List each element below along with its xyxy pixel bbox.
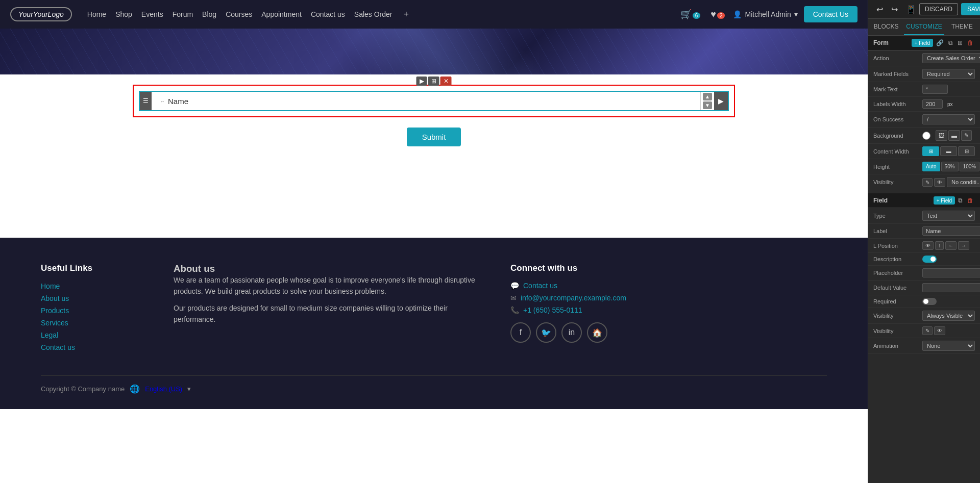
field-visibility-select[interactable]: Always Visible [922, 311, 975, 321]
vis-edit-btn[interactable]: ✎ [922, 178, 933, 187]
height-100[interactable]: 100% [960, 162, 980, 171]
height-label: Height [873, 164, 919, 170]
footer-link-products[interactable]: Products [41, 307, 69, 315]
nav-appointment[interactable]: Appointment [261, 10, 302, 18]
action-select[interactable]: Create Sales Order [922, 53, 980, 63]
form-copy-btn[interactable]: ⧉ [947, 39, 954, 47]
type-row: Type Text [868, 208, 980, 224]
labels-width-input[interactable] [922, 99, 943, 109]
placeholder-input[interactable] [922, 268, 980, 277]
wishlist-btn[interactable]: ♥2 [708, 7, 727, 22]
field-move-down[interactable]: ▼ [703, 101, 712, 109]
marked-fields-select[interactable]: Required [922, 69, 975, 79]
nav-contact[interactable]: Contact us [311, 10, 345, 18]
social-twitter[interactable]: 🐦 [536, 322, 556, 343]
redo-btn[interactable]: ↪ [888, 4, 901, 15]
cart-badge: 6 [693, 12, 701, 19]
vis-eye-btn[interactable]: 👁 [934, 178, 945, 187]
cart-btn[interactable]: 🛒6 [678, 7, 703, 22]
nav-courses[interactable]: Courses [226, 10, 252, 18]
labels-width-unit: px [947, 101, 975, 107]
pos-up-btn[interactable]: ↑ [935, 241, 944, 250]
social-home[interactable]: 🏠 [587, 322, 607, 343]
pos-right-btn[interactable]: → [958, 241, 969, 250]
footer-link-legal[interactable]: Legal [41, 331, 58, 339]
field-delete-btn[interactable]: 🗑 [966, 196, 975, 205]
nav-add-btn[interactable]: + [402, 7, 411, 22]
connect-email-link[interactable]: info@yourcompany.example.com [521, 294, 626, 302]
height-auto[interactable]: Auto [922, 162, 940, 171]
animation-select[interactable]: None [922, 341, 975, 351]
contact-us-nav-btn[interactable]: Contact Us [804, 6, 857, 22]
label-drag-icon: ↔ [160, 98, 165, 104]
connect-phone-link[interactable]: +1 (650) 555-0111 [523, 306, 582, 314]
default-value-input[interactable] [922, 283, 980, 292]
cw-btn1[interactable]: ⊞ [922, 146, 939, 156]
nav-sales[interactable]: Sales Order [354, 10, 393, 18]
admin-menu[interactable]: 👤 Mitchell Admin ▾ [733, 10, 797, 18]
form-move-btn[interactable]: ▶ [416, 77, 427, 86]
field-move-up[interactable]: ▲ [703, 93, 712, 100]
placeholder-label: Placeholder [873, 270, 919, 276]
field-input[interactable] [259, 93, 700, 109]
pos-eye-btn[interactable]: 👁 [922, 241, 934, 250]
save-button[interactable]: SAVE [961, 3, 980, 15]
social-linkedin[interactable]: in [561, 322, 582, 343]
field-end-handle[interactable]: ▶ [714, 92, 728, 110]
nav-forum[interactable]: Forum [173, 10, 193, 18]
marked-fields-row: Marked Fields Required [868, 66, 980, 82]
form-add-field-btn[interactable]: + Field [912, 39, 933, 47]
bg-image-btn[interactable]: 🖼 [936, 130, 947, 141]
type-select[interactable]: Text [922, 211, 975, 221]
tab-customize[interactable]: CUSTOMIZE [904, 19, 944, 35]
social-facebook[interactable]: f [510, 322, 531, 343]
field-add-field-btn[interactable]: + Field [934, 196, 955, 205]
content-width-group: ⊞ ▬ ⊟ [922, 146, 975, 156]
bg-code-btn[interactable]: ✎ [961, 130, 972, 141]
field-handle[interactable]: ☰ [140, 92, 152, 110]
form-delete-btn-panel[interactable]: 🗑 [966, 39, 975, 47]
pos-left-btn[interactable]: ← [945, 241, 957, 250]
vis-condition-select[interactable]: No conditi... [947, 177, 980, 187]
nav-shop[interactable]: Shop [115, 10, 132, 18]
form-delete-btn[interactable]: ✕ [440, 77, 452, 86]
label-input[interactable] [922, 226, 980, 236]
hero-header [0, 29, 868, 74]
connect-email: ✉ info@yourcompany.example.com [510, 294, 827, 302]
on-success-select[interactable]: / [922, 114, 975, 124]
copyright-text: Copyright © Company name [41, 385, 125, 393]
cw-btn2[interactable]: ▬ [940, 146, 957, 156]
form-grid-btn[interactable]: ⊞ [428, 77, 439, 86]
cw-btn3[interactable]: ⊟ [958, 146, 975, 156]
form-clone-btn[interactable]: ⊞ [956, 39, 964, 47]
background-color-picker[interactable] [922, 132, 930, 140]
nav-events[interactable]: Events [141, 10, 163, 18]
footer-link-home[interactable]: Home [41, 282, 60, 290]
nav-home[interactable]: Home [87, 10, 106, 18]
field-section-label: Field [873, 197, 888, 204]
footer-link-about[interactable]: About us [41, 294, 69, 302]
discard-button[interactable]: DISCARD [919, 3, 958, 15]
nav-blog[interactable]: Blog [202, 10, 216, 18]
connect-contact-link[interactable]: Contact us [523, 282, 557, 290]
submit-button[interactable]: Submit [407, 128, 461, 146]
form-link-btn[interactable]: 🔗 [935, 39, 945, 47]
logo[interactable]: YourYourLogo [10, 7, 72, 21]
undo-btn[interactable]: ↩ [873, 4, 886, 15]
background-row: Background 🖼 ▬ ✎ [868, 128, 980, 144]
bg-video-btn[interactable]: ▬ [948, 130, 960, 141]
description-toggle[interactable] [922, 256, 937, 263]
field-copy-btn[interactable]: ⧉ [957, 196, 964, 205]
footer-link-contact[interactable]: Contact us [41, 343, 75, 351]
footer-link-services[interactable]: Services [41, 319, 68, 327]
form-section-actions: + Field 🔗 ⧉ ⊞ 🗑 [912, 39, 975, 47]
language-selector[interactable]: English (US) [145, 385, 182, 393]
height-50[interactable]: 50% [941, 162, 959, 171]
fvis-edit-btn[interactable]: ✎ [922, 326, 933, 335]
fvis-eye-btn[interactable]: 👁 [934, 326, 945, 335]
mobile-preview-btn[interactable]: 📱 [903, 4, 919, 15]
required-toggle[interactable] [922, 298, 937, 305]
tab-theme[interactable]: THEME [944, 19, 980, 35]
tab-blocks[interactable]: BLOCKS [868, 19, 904, 35]
mark-text-input[interactable] [922, 85, 948, 94]
